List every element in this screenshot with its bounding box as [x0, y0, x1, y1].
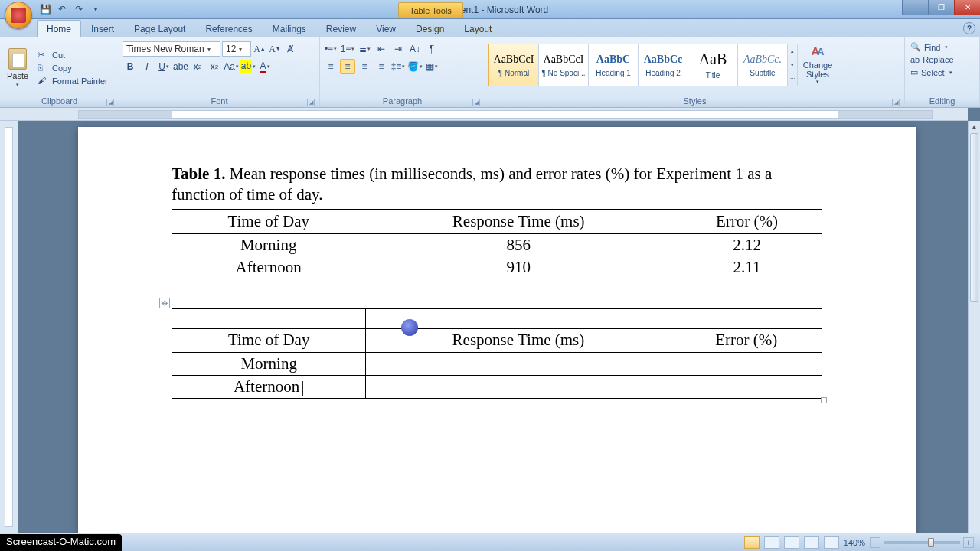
- qat-customize-icon[interactable]: ▾: [89, 2, 103, 16]
- justify-button[interactable]: ≡: [374, 59, 389, 74]
- scroll-up-icon[interactable]: ▲: [969, 121, 980, 132]
- strikethrough-button[interactable]: abe: [173, 59, 188, 74]
- change-case-button[interactable]: Aa: [224, 59, 239, 74]
- zoom-level[interactable]: 140%: [844, 538, 865, 547]
- horizontal-ruler[interactable]: [18, 108, 968, 121]
- dialog-launcher-icon[interactable]: ◢: [892, 99, 900, 106]
- numbering-button[interactable]: 1≡: [340, 41, 355, 57]
- shrink-font-button[interactable]: A▼: [268, 41, 282, 57]
- group-editing: 🔍Find▾ abReplace ▭Select▾ Editing: [905, 37, 980, 107]
- group-font: Times New Roman▾ 12▾ A▲ A▼ Ⱥ B I U abe x…: [119, 37, 320, 107]
- redo-icon[interactable]: ↷: [72, 2, 86, 16]
- table-move-handle-icon[interactable]: ✥: [159, 298, 170, 308]
- font-name-combo[interactable]: Times New Roman▾: [122, 41, 220, 57]
- data-table-2[interactable]: Time of Day Response Time (ms) Error (%)…: [172, 308, 822, 399]
- page[interactable]: Table 1. Mean response times (in millise…: [78, 127, 916, 533]
- paste-button[interactable]: Paste ▾: [3, 40, 32, 96]
- align-right-button[interactable]: ≡: [357, 59, 372, 74]
- find-button[interactable]: 🔍Find▾: [908, 41, 976, 53]
- group-label: Styles: [684, 96, 707, 106]
- cut-button[interactable]: ✂Cut: [35, 49, 110, 60]
- view-draft-button[interactable]: [824, 536, 839, 549]
- replace-button[interactable]: abReplace: [908, 54, 976, 65]
- subscript-button[interactable]: x2: [190, 59, 205, 74]
- zoom-in-button[interactable]: +: [963, 537, 974, 548]
- data-table-1: Time of Day Response Time (ms) Error (%)…: [172, 209, 822, 280]
- watermark: Screencast-O-Matic.com: [0, 534, 122, 551]
- office-button[interactable]: [5, 2, 32, 29]
- styles-gallery-more[interactable]: ▴▾⋯: [787, 44, 798, 86]
- style-heading-2[interactable]: AaBbCcHeading 2: [638, 44, 688, 86]
- highlight-button[interactable]: ab: [240, 59, 256, 74]
- scissors-icon: ✂: [38, 50, 49, 60]
- bold-button[interactable]: B: [122, 59, 138, 74]
- zoom-out-button[interactable]: −: [870, 537, 880, 548]
- paste-label: Paste: [7, 71, 28, 80]
- dialog-launcher-icon[interactable]: ◢: [106, 99, 114, 106]
- dialog-launcher-icon[interactable]: ◢: [307, 99, 315, 106]
- change-styles-icon: AA: [808, 45, 827, 60]
- select-button[interactable]: ▭Select▾: [908, 67, 976, 78]
- bullets-button[interactable]: •≡: [323, 41, 338, 57]
- view-outline-button[interactable]: [804, 536, 819, 549]
- line-spacing-button[interactable]: ‡≡: [390, 59, 406, 74]
- tab-view[interactable]: View: [366, 20, 406, 37]
- table-resize-handle-icon[interactable]: [821, 397, 827, 403]
- align-left-button[interactable]: ≡: [323, 59, 338, 74]
- ribbon: Paste ▾ ✂Cut ⎘Copy 🖌Format Painter Clipb…: [0, 37, 980, 108]
- tab-home[interactable]: Home: [37, 20, 81, 37]
- scrollbar-thumb[interactable]: [970, 133, 978, 302]
- show-marks-button[interactable]: ¶: [424, 41, 439, 57]
- minimize-button[interactable]: _: [902, 0, 928, 15]
- help-button[interactable]: ?: [963, 22, 975, 34]
- grow-font-button[interactable]: A▲: [253, 41, 266, 57]
- group-label: Font: [211, 96, 227, 106]
- font-color-button[interactable]: A: [257, 59, 273, 74]
- tab-review[interactable]: Review: [316, 20, 366, 37]
- dialog-launcher-icon[interactable]: ◢: [472, 99, 480, 106]
- tab-references[interactable]: References: [195, 20, 262, 37]
- font-size-combo[interactable]: 12▾: [222, 41, 251, 57]
- view-full-screen-button[interactable]: [764, 536, 779, 549]
- borders-button[interactable]: ▦: [424, 59, 439, 74]
- title-bar: 💾 ↶ ↷ ▾ Document1 - Microsoft Word Table…: [0, 0, 980, 19]
- select-icon: ▭: [910, 67, 918, 77]
- tab-design[interactable]: Design: [406, 20, 454, 37]
- maximize-button[interactable]: ❐: [928, 0, 954, 15]
- vertical-scrollbar[interactable]: ▲: [968, 121, 980, 533]
- increase-indent-button[interactable]: ⇥: [390, 41, 406, 57]
- group-label: Paragraph: [383, 96, 422, 106]
- italic-button[interactable]: I: [139, 59, 155, 74]
- format-painter-button[interactable]: 🖌Format Painter: [35, 75, 110, 86]
- close-button[interactable]: ✕: [954, 0, 980, 15]
- underline-button[interactable]: U: [156, 59, 172, 74]
- tab-page-layout[interactable]: Page Layout: [124, 20, 195, 37]
- style-no-spacing[interactable]: AaBbCcI¶ No Spaci...: [538, 44, 589, 86]
- align-center-button[interactable]: ≡: [340, 59, 355, 74]
- style-title[interactable]: AaBTitle: [688, 44, 738, 86]
- view-web-layout-button[interactable]: [784, 536, 799, 549]
- ribbon-tabs: Home Insert Page Layout References Maili…: [0, 19, 980, 37]
- clear-formatting-button[interactable]: Ⱥ: [283, 41, 297, 57]
- tab-insert[interactable]: Insert: [81, 20, 124, 37]
- vertical-ruler[interactable]: [0, 121, 18, 533]
- style-heading-1[interactable]: AaBbCHeading 1: [588, 44, 639, 86]
- sort-button[interactable]: A↓: [407, 41, 423, 57]
- undo-icon[interactable]: ↶: [55, 2, 69, 16]
- table-row: Morning: [172, 352, 822, 375]
- tab-mailings[interactable]: Mailings: [263, 20, 316, 37]
- zoom-slider[interactable]: − +: [870, 537, 974, 548]
- style-normal[interactable]: AaBbCcI¶ Normal: [488, 44, 539, 86]
- change-styles-button[interactable]: AA Change Styles▾: [801, 44, 835, 86]
- superscript-button[interactable]: x2: [207, 59, 222, 74]
- shading-button[interactable]: 🪣: [407, 59, 423, 74]
- group-label: Editing: [929, 96, 956, 106]
- contextual-tab-label: Table Tools: [398, 0, 463, 19]
- decrease-indent-button[interactable]: ⇤: [374, 41, 389, 57]
- style-subtitle[interactable]: AaBbCc.Subtitle: [737, 44, 788, 86]
- multilevel-list-button[interactable]: ≣: [357, 41, 372, 57]
- save-icon[interactable]: 💾: [38, 2, 52, 16]
- copy-button[interactable]: ⎘Copy: [35, 62, 110, 73]
- tab-layout[interactable]: Layout: [454, 20, 501, 37]
- view-print-layout-button[interactable]: [744, 536, 760, 549]
